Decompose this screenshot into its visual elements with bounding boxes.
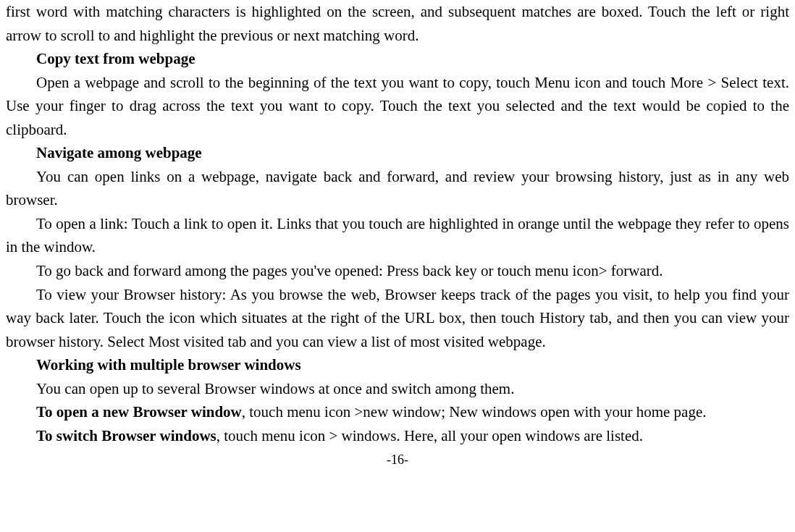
label-switch-windows: To switch Browser windows (36, 427, 216, 444)
label-new-window: To open a new Browser window (36, 403, 242, 421)
text-new-window: , touch menu icon >new window; New windo… (242, 403, 707, 421)
paragraph-navigate-intro: You can open links on a webpage, navigat… (6, 165, 789, 212)
paragraph-multiple-windows: You can open up to several Browser windo… (6, 377, 789, 401)
heading-navigate: Navigate among webpage (6, 141, 789, 165)
heading-copy-text: Copy text from webpage (6, 47, 789, 71)
paragraph-switch-windows: To switch Browser windows, touch menu ic… (6, 424, 789, 448)
paragraph-intro: first word with matching characters is h… (6, 0, 789, 47)
page-number: -16- (6, 450, 789, 470)
paragraph-back-forward: To go back and forward among the pages y… (6, 259, 789, 283)
paragraph-history: To view your Browser history: As you bro… (6, 283, 789, 354)
document-page: first word with matching characters is h… (0, 0, 795, 470)
heading-multiple-windows: Working with multiple browser windows (6, 353, 789, 377)
text-switch-windows: , touch menu icon > windows. Here, all y… (216, 427, 643, 444)
paragraph-new-window: To open a new Browser window, touch menu… (6, 400, 789, 424)
paragraph-open-link: To open a link: Touch a link to open it.… (6, 212, 789, 259)
paragraph-copy-text: Open a webpage and scroll to the beginni… (6, 71, 789, 142)
